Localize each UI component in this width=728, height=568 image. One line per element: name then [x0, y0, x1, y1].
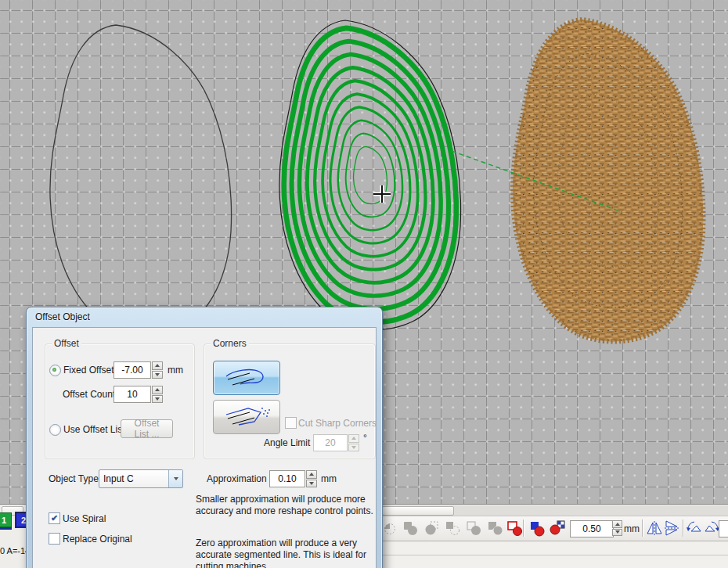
- scrollbar-thumb[interactable]: [382, 506, 454, 516]
- sharp-corners-button[interactable]: [213, 400, 280, 434]
- approximation-note-1: Smaller approximation will produce more …: [196, 494, 379, 517]
- spin-down-button[interactable]: [348, 444, 359, 452]
- object-type-label: Object Type: [49, 473, 99, 484]
- fixed-offset-radio[interactable]: [49, 365, 61, 376]
- offset-count-input[interactable]: 10: [114, 386, 163, 403]
- rotation-angle-input[interactable]: [719, 520, 728, 537]
- toolbar-separator: [523, 519, 524, 537]
- angle-limit-input[interactable]: 20: [313, 434, 359, 451]
- offset-list-button[interactable]: Offset List ...: [121, 419, 173, 438]
- spin-down-button[interactable]: [152, 371, 163, 379]
- use-spiral-label: Use Spiral: [63, 513, 106, 524]
- app-window: { "window": {"title": "Offset Object"}, …: [0, 0, 728, 568]
- source-outline-shape[interactable]: [50, 25, 232, 335]
- spin-up-button[interactable]: [152, 386, 163, 394]
- crosshair-cursor: [373, 185, 391, 203]
- mirror-horizontal-icon[interactable]: [645, 519, 664, 537]
- spin-down-button[interactable]: [306, 480, 317, 488]
- object-type-dropdown[interactable]: Input C: [99, 469, 183, 488]
- offset-group-label: Offset: [52, 338, 81, 349]
- toolbar-value-stepper[interactable]: [612, 520, 622, 536]
- shape-op-5-icon[interactable]: [464, 519, 483, 537]
- fixed-offset-input[interactable]: -7.00: [114, 361, 163, 379]
- round-corners-button[interactable]: [213, 361, 280, 395]
- shape-op-3-icon[interactable]: [422, 519, 441, 537]
- sharp-corner-icon: [222, 405, 272, 429]
- active-color-indicator: [0, 527, 12, 530]
- stepper-down-button[interactable]: [612, 529, 622, 537]
- corners-group-label: Corners: [211, 338, 249, 349]
- mirror-vertical-icon[interactable]: [662, 519, 681, 537]
- pattern-fill-icon[interactable]: [548, 519, 567, 537]
- shape-op-4-icon[interactable]: [443, 519, 462, 537]
- approximation-label: Approximation: [207, 473, 267, 484]
- offset-object-dialog: Offset Object Offset Fixed Offset -7.00 …: [26, 307, 383, 568]
- spin-up-button[interactable]: [152, 361, 163, 370]
- use-offset-list-radio[interactable]: [49, 424, 61, 436]
- object-type-value: Input C: [99, 473, 168, 484]
- spiral-offset-shape[interactable]: [279, 20, 461, 330]
- spin-up-button[interactable]: [348, 434, 359, 443]
- cut-sharp-corners-label: Cut Sharp Corners: [298, 418, 377, 429]
- angle-limit-label: Angle Limit: [264, 437, 310, 448]
- toolbar-value-input[interactable]: [570, 520, 614, 537]
- color-swatch-1[interactable]: 1: [0, 512, 12, 527]
- fill-node-icon[interactable]: [528, 519, 546, 537]
- dialog-title[interactable]: Offset Object: [27, 307, 382, 326]
- offset-count-label: Offset Count: [63, 389, 115, 400]
- cut-sharp-corners-checkbox[interactable]: [285, 417, 297, 429]
- fixed-offset-unit: mm: [168, 365, 183, 376]
- stitch-fill-shape[interactable]: [513, 20, 703, 341]
- fixed-offset-label: Fixed Offset: [63, 365, 114, 376]
- approximation-unit: mm: [321, 473, 337, 484]
- toolbar-separator: [683, 519, 683, 537]
- stepper-up-button[interactable]: [612, 520, 622, 528]
- shape-op-6-icon[interactable]: [485, 519, 504, 537]
- use-offset-list-label: Use Offset List: [63, 424, 124, 435]
- spin-down-button[interactable]: [152, 395, 163, 404]
- toolbar-separator: [642, 519, 643, 537]
- toolbar-unit-label: mm: [624, 523, 640, 534]
- dialog-client-area: Offset Fixed Offset -7.00 mm Offset Coun…: [32, 327, 377, 568]
- chevron-down-icon[interactable]: [168, 470, 182, 487]
- angle-limit-unit: °: [363, 433, 367, 444]
- replace-original-label: Replace Original: [63, 534, 132, 545]
- round-corner-icon: [222, 366, 272, 390]
- approximation-input[interactable]: 0.10: [269, 470, 317, 487]
- use-spiral-checkbox[interactable]: ✔: [49, 512, 60, 524]
- shape-op-2-icon[interactable]: [401, 519, 420, 537]
- spin-up-button[interactable]: [306, 470, 317, 479]
- shape-op-red-icon[interactable]: [505, 519, 524, 537]
- rotate-left-icon[interactable]: [685, 519, 704, 537]
- approximation-note-2: Zero approximation will produce a very a…: [196, 537, 379, 568]
- replace-original-checkbox[interactable]: [49, 533, 60, 545]
